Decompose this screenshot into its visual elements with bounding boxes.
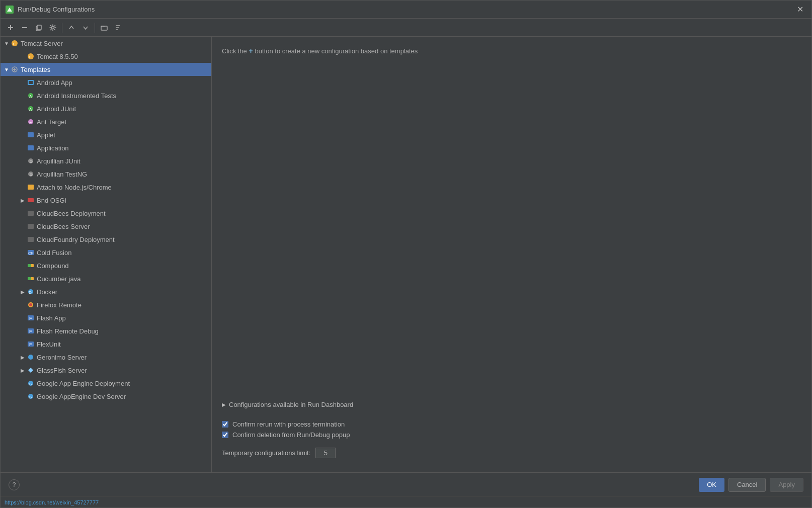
firefox-remote-label: Firefox Remote	[37, 301, 82, 309]
cloudbees-deployment-icon	[27, 209, 35, 217]
apply-button[interactable]: Apply	[770, 478, 803, 492]
main-content: ▼ T Tomcat Server T Tomcat 8.5.50 ▼	[1, 37, 811, 472]
svg-text:A: A	[29, 107, 32, 112]
tree-item-flash-remote-debug[interactable]: F Flash Remote Debug	[1, 324, 211, 337]
svg-text:∞: ∞	[29, 120, 32, 125]
tree-item-google-app-engine[interactable]: G Google App Engine Deployment	[1, 377, 211, 390]
svg-text:F: F	[29, 342, 32, 347]
tree-item-bnd-osgi[interactable]: ▶ Bnd OSGi	[1, 194, 211, 207]
svg-rect-6	[37, 25, 41, 30]
svg-text:☺: ☺	[29, 159, 33, 164]
tree-item-tomcat-8[interactable]: T Tomcat 8.5.50	[1, 50, 211, 63]
checkbox-deletion-label: Confirm deletion from Run/Debug popup	[232, 431, 350, 439]
svg-text:G: G	[29, 382, 32, 386]
svg-text:CF: CF	[28, 251, 34, 256]
checkbox-rerun-input[interactable]	[222, 421, 228, 428]
arquillian-junit-icon: ☺	[27, 157, 35, 165]
svg-text:T: T	[28, 55, 31, 59]
toolbar-separator-1	[62, 23, 62, 33]
checkbox-rerun[interactable]: Confirm rerun with process termination	[222, 420, 801, 428]
tree-item-cloudbees-deployment[interactable]: CloudBees Deployment	[1, 207, 211, 220]
sort-button[interactable]	[112, 22, 124, 34]
applet-label: Applet	[37, 131, 55, 139]
tree-item-cucumber-java[interactable]: Cucumber java	[1, 272, 211, 285]
copy-button[interactable]	[33, 22, 45, 34]
tree-item-cloudbees-server[interactable]: CloudBees Server	[1, 220, 211, 233]
cold-fusion-icon: CF	[27, 248, 35, 257]
compound-icon	[27, 262, 35, 270]
configurations-toggle[interactable]: ▶ Configurations available in Run Dashbo…	[222, 401, 801, 408]
close-button[interactable]: ✕	[794, 4, 806, 15]
tree-item-cold-fusion[interactable]: CF Cold Fusion	[1, 246, 211, 259]
tomcat-server-label: Tomcat Server	[21, 40, 63, 47]
svg-rect-37	[28, 237, 34, 242]
remove-button[interactable]	[19, 22, 31, 34]
folder-button[interactable]	[98, 22, 110, 34]
settings-button[interactable]	[47, 22, 59, 34]
android-junit-icon: A	[27, 105, 35, 113]
no-expand	[19, 340, 27, 348]
tree-item-android-instrumented[interactable]: A Android Instrumented Tests	[1, 89, 211, 102]
tree-item-geronimo-server[interactable]: ▶ Geronimo Server	[1, 351, 211, 364]
svg-rect-35	[28, 211, 34, 216]
tree-item-glassfish-server[interactable]: ▶ GlassFish Server	[1, 364, 211, 377]
temp-limit-input[interactable]	[315, 448, 336, 458]
cancel-button[interactable]: Cancel	[728, 478, 766, 492]
help-button[interactable]: ?	[9, 479, 20, 490]
svg-text:F: F	[29, 316, 32, 321]
arquillian-testng-icon: ☺	[27, 170, 35, 178]
google-appengine-dev-icon: G	[27, 392, 35, 400]
tree-item-arquillian-testng[interactable]: ☺ Arquillian TestNG	[1, 167, 211, 181]
tree-item-compound[interactable]: Compound	[1, 259, 211, 272]
tree-item-google-appengine-dev[interactable]: G Google AppEngine Dev Server	[1, 390, 211, 403]
expand-icon: ▼	[3, 39, 11, 47]
flexunit-icon: F	[27, 340, 35, 348]
tree-item-cloudfoundry[interactable]: CloudFoundry Deployment	[1, 233, 211, 246]
svg-rect-41	[31, 264, 34, 267]
tree-item-flash-app[interactable]: F Flash App	[1, 311, 211, 324]
tree-item-tomcat-server[interactable]: ▼ T Tomcat Server	[1, 37, 211, 50]
no-expand	[19, 105, 27, 113]
tree-item-android-app[interactable]: Android App	[1, 76, 211, 89]
temp-limit-label: Temporary configurations limit:	[222, 449, 310, 457]
no-expand	[19, 248, 27, 257]
tree-item-applet[interactable]: Applet	[1, 128, 211, 141]
ok-button[interactable]: OK	[699, 478, 724, 492]
tree-item-flexunit[interactable]: F FlexUnit	[1, 337, 211, 351]
tomcat-8-label: Tomcat 8.5.50	[37, 53, 78, 60]
ant-target-label: Ant Target	[37, 118, 66, 126]
tree-item-attach-nodejs[interactable]: Attach to Node.js/Chrome	[1, 181, 211, 194]
no-expand	[19, 262, 27, 270]
temp-limit-row: Temporary configurations limit:	[222, 448, 801, 458]
toolbar-separator-2	[95, 23, 95, 33]
move-down-button[interactable]	[79, 22, 92, 34]
expand-icon: ▼	[3, 65, 11, 73]
configurations-toggle-label: Configurations available in Run Dashboar…	[229, 401, 353, 408]
checkbox-rerun-label: Confirm rerun with process termination	[232, 420, 345, 428]
right-panel: Click the + button to create a new confi…	[212, 37, 811, 472]
window: Run/Debug Configurations ✕	[0, 0, 812, 508]
no-expand	[19, 235, 27, 243]
attach-nodejs-label: Attach to Node.js/Chrome	[37, 184, 112, 191]
no-expand	[19, 157, 27, 165]
info-text-before: Click the	[222, 47, 247, 55]
tree-item-docker[interactable]: ▶ D Docker	[1, 285, 211, 298]
left-panel: ▼ T Tomcat Server T Tomcat 8.5.50 ▼	[1, 37, 212, 472]
expand-icon: ▶	[19, 366, 27, 374]
expand-icon: ▶	[19, 353, 27, 361]
tree-item-ant-target[interactable]: ∞ Ant Target	[1, 115, 211, 128]
tree-item-application[interactable]: Application	[1, 141, 211, 154]
add-button[interactable]	[5, 22, 17, 34]
move-up-button[interactable]	[65, 22, 77, 34]
svg-text:D: D	[29, 290, 32, 295]
checkbox-deletion[interactable]: Confirm deletion from Run/Debug popup	[222, 431, 801, 439]
ant-target-icon: ∞	[27, 118, 35, 126]
window-title: Run/Debug Configurations	[18, 6, 794, 13]
tree-item-android-junit[interactable]: A Android JUnit	[1, 102, 211, 115]
cold-fusion-label: Cold Fusion	[37, 249, 71, 257]
tree-item-arquillian-junit[interactable]: ☺ Arquillian JUnit	[1, 154, 211, 167]
checkbox-deletion-input[interactable]	[222, 432, 228, 438]
tree-item-firefox-remote[interactable]: Firefox Remote	[1, 298, 211, 311]
tree-item-templates[interactable]: ▼ Templates	[1, 63, 211, 76]
android-junit-label: Android JUnit	[37, 105, 76, 113]
